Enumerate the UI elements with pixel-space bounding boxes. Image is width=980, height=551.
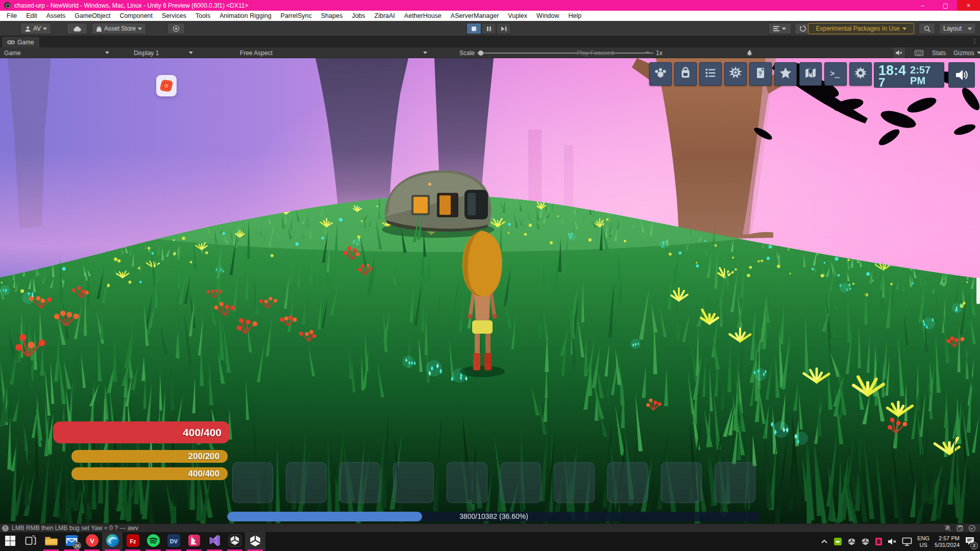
hud-button-backpack[interactable] xyxy=(674,62,697,86)
hotbar-slot-2[interactable] xyxy=(286,462,327,503)
menu-window[interactable]: Window xyxy=(532,11,564,21)
cache-off-icon[interactable] xyxy=(956,524,964,532)
hotbar-slot-8[interactable] xyxy=(607,462,648,503)
menu-vuplex[interactable]: Vuplex xyxy=(503,11,532,21)
chevron-down-icon xyxy=(423,52,427,54)
cloud-button[interactable] xyxy=(67,23,87,34)
taskbar-mail[interactable]: 26 xyxy=(61,532,82,551)
menu-shapes[interactable]: Shapes xyxy=(316,11,347,21)
hotbar-slot-3[interactable] xyxy=(339,462,380,503)
hud-button-console[interactable]: >_ xyxy=(824,62,847,86)
menu-edit[interactable]: Edit xyxy=(21,11,42,21)
asset-store-button[interactable]: Asset Store xyxy=(92,23,146,34)
pause-button[interactable] xyxy=(481,23,496,34)
gizmos-dropdown[interactable]: Gizmos xyxy=(953,47,980,58)
menu-aetherhouse[interactable]: AetherHouse xyxy=(400,11,446,21)
mute-audio-toggle[interactable] xyxy=(893,47,905,58)
game-viewport[interactable]: ?>_ 18:4 7 2:57 PM 400/400200/200400/400 xyxy=(0,58,980,523)
tray-expand-icon[interactable] xyxy=(820,538,828,546)
language-indicator[interactable]: ENG US xyxy=(917,535,929,548)
close-button[interactable]: × xyxy=(957,0,980,11)
taskbar-pink-app[interactable] xyxy=(184,532,204,551)
warning-icon[interactable]: ! xyxy=(2,525,9,532)
step-button[interactable] xyxy=(496,23,511,34)
taskbar-task-view[interactable] xyxy=(20,532,41,551)
hud-button-settings[interactable] xyxy=(849,62,872,86)
taskbar-unity-hub[interactable] xyxy=(225,532,245,551)
menu-component[interactable]: Component xyxy=(115,11,157,21)
floating-app-tile[interactable] xyxy=(156,75,177,96)
taskbar-file-explorer[interactable] xyxy=(41,532,61,551)
menu-file[interactable]: File xyxy=(2,11,21,21)
hud-button-lion-crest[interactable] xyxy=(724,62,747,86)
action-center-button[interactable]: 2 xyxy=(965,536,975,547)
display-dropdown[interactable]: Display 1 xyxy=(134,47,193,58)
search-button[interactable] xyxy=(919,23,935,34)
scale-slider-knob[interactable] xyxy=(478,51,483,56)
minimize-button[interactable]: – xyxy=(911,0,934,11)
network-display-icon[interactable] xyxy=(902,537,912,546)
taskbar-filezilla[interactable]: Fz xyxy=(122,532,143,551)
menu-parrelsync[interactable]: ParrelSync xyxy=(276,11,316,21)
unity-tray-icon[interactable] xyxy=(847,537,856,546)
pink-utility-icon[interactable] xyxy=(875,537,883,546)
hud-button-quest-list[interactable] xyxy=(699,62,722,86)
menu-aservermanager[interactable]: AServerManager xyxy=(446,11,504,21)
hotbar-slot-9[interactable] xyxy=(661,462,702,503)
bell-muted-icon[interactable] xyxy=(944,524,951,532)
menu-jobs[interactable]: Jobs xyxy=(347,11,370,21)
menu-gameobject[interactable]: GameObject xyxy=(70,11,115,21)
hud-sound-button[interactable] xyxy=(948,62,975,88)
gamepad-icon xyxy=(7,40,15,45)
account-dropdown[interactable]: AV xyxy=(20,23,51,34)
taskbar-vivaldi[interactable]: V xyxy=(82,532,102,551)
hud-button-scroll[interactable]: ? xyxy=(749,62,772,86)
maximize-button[interactable]: ▢ xyxy=(934,0,957,11)
hotbar-slot-7[interactable] xyxy=(554,462,595,503)
volume-muted-icon[interactable] xyxy=(888,538,897,545)
stats-toggle[interactable]: Stats xyxy=(932,47,946,58)
experimental-packages-button[interactable]: Experimental Packages In Use xyxy=(808,23,914,34)
taskbar-clock[interactable]: 2:57 PM 5/31/2024 xyxy=(935,535,960,548)
hotbar-slot-4[interactable] xyxy=(393,462,434,503)
tab-options-icon[interactable]: ⋮ xyxy=(971,37,978,45)
aspect-dropdown[interactable]: Free Aspect xyxy=(240,47,427,58)
hud-stat-bars: 400/400200/200400/400 xyxy=(53,421,232,485)
scrollbar-sliver[interactable] xyxy=(976,278,980,304)
progress-check-icon[interactable] xyxy=(968,524,976,532)
menu-help[interactable]: Help xyxy=(564,11,586,21)
taskbar-unity-editor[interactable] xyxy=(245,532,265,551)
settings-circle-button[interactable] xyxy=(167,23,185,34)
taskbar-visual-studio[interactable] xyxy=(204,532,225,551)
menu-animation-rigging[interactable]: Animation Rigging xyxy=(215,11,276,21)
game-view-menu-caret[interactable] xyxy=(105,47,109,58)
hotbar-slot-1[interactable] xyxy=(232,462,273,503)
hotbar-slot-10[interactable] xyxy=(715,462,755,503)
play-focused-dropdown[interactable]: Play Focused xyxy=(577,47,649,58)
hud-button-claw[interactable] xyxy=(649,62,672,86)
keyboard-button[interactable] xyxy=(915,47,923,58)
experimental-label: Experimental Packages In Use xyxy=(816,25,899,32)
taskbar-edge[interactable] xyxy=(102,532,122,551)
play-button[interactable] xyxy=(467,23,481,34)
language-code: ENG xyxy=(917,535,929,542)
menu-zibraai[interactable]: ZibraAI xyxy=(370,11,400,21)
gpu-utility-icon[interactable] xyxy=(834,537,842,546)
debug-gizmo-button[interactable] xyxy=(746,47,753,58)
menu-assets[interactable]: Assets xyxy=(42,11,70,21)
menu-services[interactable]: Services xyxy=(157,11,191,21)
taskbar-davinci-resolve[interactable]: DV xyxy=(163,532,184,551)
tab-game[interactable]: Game xyxy=(2,37,39,47)
taskbar-spotify[interactable] xyxy=(143,532,163,551)
undo-history-dropdown[interactable] xyxy=(769,23,791,34)
hotbar-slot-5[interactable] xyxy=(447,462,487,503)
taskbar-start[interactable] xyxy=(0,532,20,551)
menu-tools[interactable]: Tools xyxy=(191,11,215,21)
unity-tray2-icon[interactable] xyxy=(861,537,870,546)
hud-button-star[interactable] xyxy=(774,62,797,86)
hotbar-slot-6[interactable] xyxy=(500,462,541,503)
status-message[interactable]: LMB RMB then LMB bug set Yaw = 0 ? --- a… xyxy=(12,524,138,532)
hud-button-map[interactable] xyxy=(799,62,822,86)
game-view-menu[interactable]: Game xyxy=(4,47,21,58)
layout-dropdown[interactable]: Layout xyxy=(939,23,976,34)
